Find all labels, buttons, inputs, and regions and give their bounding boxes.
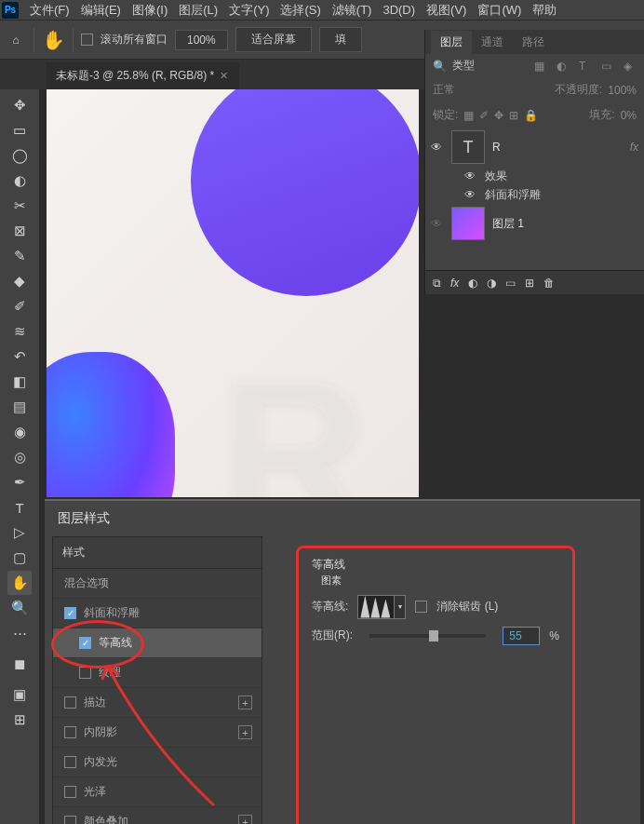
filter-shape-icon[interactable]: ▭ <box>601 60 614 73</box>
fill-screen-button[interactable]: 填 <box>319 27 362 52</box>
add-icon[interactable]: + <box>238 725 252 739</box>
pen-tool[interactable]: ✒ <box>7 470 32 494</box>
tab-channels[interactable]: 通道 <box>472 31 513 54</box>
rectangle-tool[interactable]: ▢ <box>7 546 32 570</box>
move-tool[interactable]: ✥ <box>7 93 32 117</box>
style-satin[interactable]: 光泽 <box>53 777 262 807</box>
zoom-level[interactable]: 100% <box>175 30 228 50</box>
add-icon[interactable]: + <box>238 696 252 709</box>
healing-tool[interactable]: ◆ <box>7 269 32 293</box>
document-tab[interactable]: 未标题-3 @ 25.8% (R, RGB/8) * ✕ <box>47 62 239 89</box>
foreground-background-colors[interactable]: ◼ <box>7 652 32 676</box>
style-stroke[interactable]: 描边 + <box>53 688 262 718</box>
menu-window[interactable]: 窗口(W) <box>472 0 527 20</box>
filter-pixel-icon[interactable]: ▦ <box>534 60 547 73</box>
quick-select-tool[interactable]: ◐ <box>7 169 32 193</box>
crop-tool[interactable]: ✂ <box>7 194 32 218</box>
history-brush-tool[interactable]: ↶ <box>7 344 32 369</box>
opacity-value[interactable]: 100% <box>608 84 637 97</box>
menu-edit[interactable]: 编辑(E) <box>75 0 127 20</box>
style-blending-options[interactable]: 混合选项 <box>53 569 262 599</box>
style-color-overlay[interactable]: 颜色叠加 + <box>53 807 262 824</box>
menu-view[interactable]: 视图(V) <box>421 0 472 20</box>
stamp-tool[interactable]: ≋ <box>7 319 32 344</box>
effects-label-row[interactable]: 👁 效果 <box>425 167 644 185</box>
visibility-icon[interactable]: 👁 <box>431 217 444 230</box>
checkbox-on[interactable]: ✓ <box>79 637 91 649</box>
range-input[interactable]: 55 <box>503 627 540 645</box>
menu-filter[interactable]: 滤镜(T) <box>327 0 378 20</box>
blend-mode-select[interactable]: 正常 <box>433 82 455 98</box>
lock-artboard-icon[interactable]: ⊞ <box>509 109 518 122</box>
fill-value[interactable]: 0% <box>621 109 637 122</box>
checkbox[interactable] <box>64 756 76 768</box>
range-slider[interactable] <box>369 634 486 638</box>
frame-tool[interactable]: ⊠ <box>7 219 32 243</box>
checkbox-on[interactable]: ✓ <box>64 607 76 619</box>
screen-mode[interactable]: ⊞ <box>7 708 32 732</box>
menu-layer[interactable]: 图层(L) <box>173 0 223 20</box>
link-layers-icon[interactable]: ⧉ <box>433 277 441 290</box>
contour-picker[interactable]: ▾ <box>357 595 406 619</box>
lock-all-icon[interactable]: 🔒 <box>524 109 538 122</box>
fit-screen-button[interactable]: 适合屏幕 <box>235 27 312 52</box>
visibility-icon[interactable]: 👁 <box>464 169 477 182</box>
add-icon[interactable]: + <box>238 815 252 824</box>
layer-row-1[interactable]: 👁 图层 1 <box>425 204 644 243</box>
document-canvas[interactable]: R <box>47 89 419 497</box>
lock-position-icon[interactable]: ✥ <box>494 109 503 122</box>
effect-bevel-row[interactable]: 👁 斜面和浮雕 <box>425 185 644 204</box>
style-texture[interactable]: 纹理 <box>53 658 262 688</box>
fx-icon[interactable]: fx <box>630 141 638 154</box>
filter-type-label[interactable]: 类型 <box>452 58 475 74</box>
filter-smart-icon[interactable]: ◈ <box>624 60 637 73</box>
home-icon[interactable]: ⌂ <box>6 30 26 50</box>
marquee-tool[interactable]: ▭ <box>7 118 32 142</box>
style-bevel[interactable]: ✓ 斜面和浮雕 <box>53 599 262 628</box>
hand-tool[interactable]: ✋ <box>7 571 32 595</box>
style-inner-shadow[interactable]: 内阴影 + <box>53 718 262 748</box>
checkbox[interactable] <box>64 786 76 798</box>
gradient-tool[interactable]: ▤ <box>7 395 32 419</box>
lock-pixels-icon[interactable]: ▦ <box>463 109 474 122</box>
adjustment-icon[interactable]: ◑ <box>487 277 496 290</box>
menu-help[interactable]: 帮助 <box>527 0 562 20</box>
close-icon[interactable]: ✕ <box>220 70 228 82</box>
visibility-icon[interactable]: 👁 <box>464 188 477 201</box>
menu-file[interactable]: 文件(F) <box>24 0 75 20</box>
menu-image[interactable]: 图像(I) <box>127 0 173 20</box>
zoom-tool[interactable]: 🔍 <box>7 596 32 620</box>
lasso-tool[interactable]: ◯ <box>7 143 32 168</box>
chevron-down-icon[interactable]: ▾ <box>395 595 406 619</box>
mask-icon[interactable]: ◐ <box>468 277 477 290</box>
menu-3d[interactable]: 3D(D) <box>377 1 421 19</box>
eraser-tool[interactable]: ◧ <box>7 370 32 394</box>
type-tool[interactable]: T <box>7 495 32 520</box>
quick-mask-toggle[interactable]: ▣ <box>7 682 32 707</box>
menu-type[interactable]: 文字(Y) <box>223 0 275 20</box>
slider-handle[interactable] <box>429 630 438 642</box>
style-inner-glow[interactable]: 内发光 <box>53 748 262 777</box>
path-tool[interactable]: ▷ <box>7 520 32 545</box>
brush-tool[interactable]: ✐ <box>7 294 32 318</box>
menu-select[interactable]: 选择(S) <box>275 0 326 20</box>
group-icon[interactable]: ▭ <box>505 277 516 290</box>
eyedropper-tool[interactable]: ✎ <box>7 244 32 268</box>
layer-row-r[interactable]: 👁 T R fx <box>425 128 644 167</box>
scroll-all-checkbox[interactable] <box>81 34 93 46</box>
checkbox[interactable] <box>64 696 76 709</box>
checkbox[interactable] <box>64 726 76 738</box>
tab-layers[interactable]: 图层 <box>431 31 472 54</box>
style-contour[interactable]: ✓ 等高线 <box>53 628 262 658</box>
edit-toolbar[interactable]: ⋯ <box>7 621 32 645</box>
blur-tool[interactable]: ◉ <box>7 420 32 444</box>
visibility-icon[interactable]: 👁 <box>431 141 444 154</box>
new-layer-icon[interactable]: ⊞ <box>525 277 534 290</box>
fx-menu-icon[interactable]: fx <box>450 277 459 290</box>
filter-adjust-icon[interactable]: ◐ <box>557 60 570 73</box>
checkbox[interactable] <box>79 667 91 679</box>
tab-paths[interactable]: 路径 <box>513 31 554 54</box>
dodge-tool[interactable]: ◎ <box>7 445 32 469</box>
lock-brush-icon[interactable]: ✐ <box>479 109 489 122</box>
delete-icon[interactable]: 🗑 <box>543 277 555 290</box>
